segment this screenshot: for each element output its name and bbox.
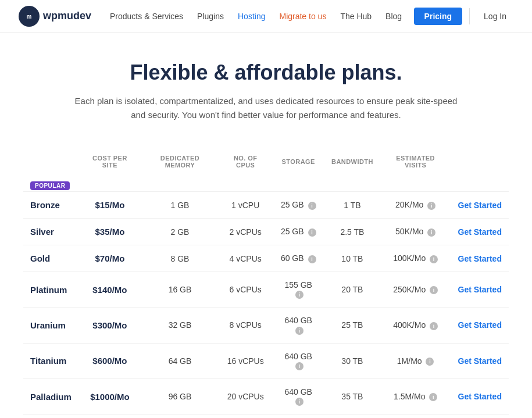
popular-badge-row: POPULAR <box>23 173 509 192</box>
storage-info-icon[interactable]: i <box>295 362 304 370</box>
plan-storage: 155 GB <box>284 280 312 290</box>
plan-price: $600/Mo <box>92 356 127 366</box>
col-header-price: Cost Per Site <box>78 150 141 173</box>
table-row: Bronze $15/Mo 1 GB 1 vCPU 25 GB i 1 TB 2… <box>23 192 509 219</box>
plan-name: Gold <box>30 253 50 263</box>
plan-memory: 32 GB <box>169 320 192 330</box>
get-started-button[interactable]: Get Started <box>458 201 502 210</box>
visits-info-icon[interactable]: i <box>430 286 438 294</box>
plan-bandwidth: 25 TB <box>341 320 363 330</box>
nav-divider <box>469 8 470 24</box>
pricing-table: Cost Per Site Dedicated Memory No. of CP… <box>23 150 509 418</box>
navbar: m wpmudev Products & Services Plugins Ho… <box>0 0 532 33</box>
plan-cpus: 1 vCPU <box>231 201 259 210</box>
storage-info-icon[interactable]: i <box>295 291 304 299</box>
plan-memory: 96 GB <box>169 392 192 401</box>
plan-name: Platinum <box>30 285 67 295</box>
plan-price: $1000/Mo <box>90 392 130 402</box>
plan-memory: 2 GB <box>171 227 190 237</box>
plan-storage: 640 GB <box>284 387 312 396</box>
plan-bandwidth: 2.5 TB <box>340 227 364 237</box>
nav-migrate[interactable]: Migrate to us <box>279 12 326 21</box>
plan-visits: 250K/Mo <box>393 285 426 294</box>
table-row: Titanium $600/Mo 64 GB 16 vCPUs 640 GB i… <box>23 343 509 378</box>
logo-icon: m <box>19 6 40 27</box>
plan-visits: 50K/Mo <box>395 227 423 236</box>
table-row: Uranium $300/Mo 32 GB 8 vCPUs 640 GB i 2… <box>23 308 509 343</box>
plan-bandwidth: 1 TB <box>344 201 360 210</box>
plan-bandwidth: 10 TB <box>341 254 363 263</box>
hero-section: Flexible & affordable plans. Each plan i… <box>0 33 532 141</box>
plan-storage: 640 GB <box>284 352 312 361</box>
get-started-button[interactable]: Get Started <box>458 320 502 330</box>
table-body: POPULAR Bronze $15/Mo 1 GB 1 vCPU 25 GB … <box>23 173 509 418</box>
pricing-button[interactable]: Pricing <box>414 8 462 25</box>
plan-cpus: 6 vCPUs <box>230 285 262 294</box>
col-header-bandwidth: Bandwidth <box>324 150 380 173</box>
table-row: Platinum $140/Mo 16 GB 6 vCPUs 155 GB i … <box>23 272 509 308</box>
plan-cpus: 8 vCPUs <box>230 320 262 330</box>
visits-info-icon[interactable]: i <box>426 358 434 366</box>
visits-info-icon[interactable]: i <box>430 322 438 330</box>
visits-info-icon[interactable]: i <box>427 202 435 210</box>
svg-text:m: m <box>27 13 32 20</box>
visits-info-icon[interactable]: i <box>427 228 435 237</box>
plan-price: $140/Mo <box>92 285 127 295</box>
nav-blog[interactable]: Blog <box>385 12 402 21</box>
visits-info-icon[interactable]: i <box>429 393 437 401</box>
table-header-row: Cost Per Site Dedicated Memory No. of CP… <box>23 150 509 173</box>
nav-links: Products & Services Plugins Hosting Migr… <box>110 12 414 21</box>
popular-badge: POPULAR <box>30 181 70 190</box>
login-button[interactable]: Log In <box>477 8 513 25</box>
plan-price: $70/Mo <box>95 253 124 263</box>
get-started-button[interactable]: Get Started <box>458 254 502 263</box>
nav-products[interactable]: Products & Services <box>110 12 183 21</box>
nav-right: Pricing Log In <box>414 8 513 25</box>
plan-visits: 100K/Mo <box>393 253 426 263</box>
plan-memory: 16 GB <box>169 285 192 294</box>
plan-bandwidth: 35 TB <box>341 392 363 401</box>
plan-price: $35/Mo <box>95 227 124 237</box>
visits-info-icon[interactable]: i <box>430 255 438 263</box>
nav-hub[interactable]: The Hub <box>340 12 372 21</box>
plan-visits: 1.5M/Mo <box>394 392 425 401</box>
plan-cpus: 2 vCPUs <box>230 227 262 237</box>
table-header: Cost Per Site Dedicated Memory No. of CP… <box>23 150 509 173</box>
nav-plugins[interactable]: Plugins <box>197 12 224 21</box>
plan-visits: 20K/Mo <box>395 200 423 209</box>
plan-storage: 25 GB <box>281 227 304 236</box>
get-started-button[interactable]: Get Started <box>458 392 502 401</box>
get-started-button[interactable]: Get Started <box>458 227 502 237</box>
storage-info-icon[interactable]: i <box>308 255 316 263</box>
storage-info-icon[interactable]: i <box>295 398 304 406</box>
storage-info-icon[interactable]: i <box>308 202 316 210</box>
col-header-visits: Estimated Visits <box>380 150 451 173</box>
nav-hosting[interactable]: Hosting <box>238 12 265 21</box>
logo-link[interactable]: m wpmudev <box>19 6 91 27</box>
plan-bandwidth: 20 TB <box>341 285 363 294</box>
logo-text: wpmudev <box>43 10 91 22</box>
storage-info-icon[interactable]: i <box>295 327 304 335</box>
col-header-storage: Storage <box>272 150 324 173</box>
plan-bandwidth: 30 TB <box>341 356 363 366</box>
hero-subtitle: Each plan is isolated, compartmentalized… <box>69 94 464 122</box>
plan-name: Bronze <box>30 200 60 210</box>
plan-storage: 25 GB <box>281 200 304 209</box>
get-started-button[interactable]: Get Started <box>458 285 502 294</box>
plan-price: $15/Mo <box>95 200 124 210</box>
col-header-cta <box>451 150 509 173</box>
plan-memory: 64 GB <box>169 356 192 366</box>
plan-storage: 60 GB <box>281 253 304 263</box>
storage-info-icon[interactable]: i <box>308 228 316 237</box>
plan-storage: 640 GB <box>284 316 312 325</box>
table-row: Palladium $1000/Mo 96 GB 20 vCPUs 640 GB… <box>23 378 509 414</box>
get-started-button[interactable]: Get Started <box>458 356 502 366</box>
hero-title: Flexible & affordable plans. <box>19 60 513 85</box>
col-header-cpus: No. of CPUs <box>219 150 272 173</box>
plan-memory: 8 GB <box>171 254 190 263</box>
plan-visits: 400K/Mo <box>393 320 426 330</box>
table-row: Gold $70/Mo 8 GB 4 vCPUs 60 GB i 10 TB 1… <box>23 245 509 272</box>
plan-name: Titanium <box>30 356 66 366</box>
plan-name: Uranium <box>30 320 66 330</box>
plan-price: $300/Mo <box>92 320 127 330</box>
